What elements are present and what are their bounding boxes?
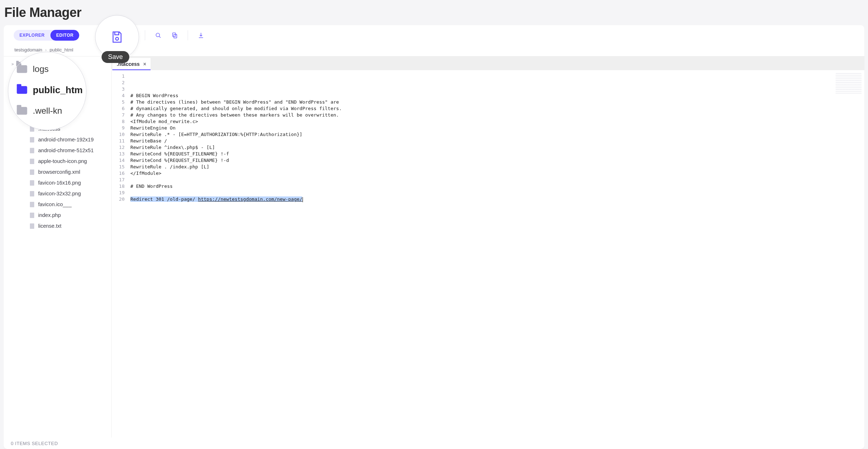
tree-file[interactable]: license.txt: [4, 221, 111, 231]
page-title: File Manager: [4, 5, 864, 20]
svg-rect-3: [173, 33, 175, 36]
line-number-gutter: 1234567891011121314151617181920: [112, 70, 127, 437]
tree-file[interactable]: browserconfig.xml: [4, 167, 111, 177]
file-icon: [29, 190, 35, 197]
breadcrumb-item[interactable]: public_html: [50, 47, 73, 53]
tree-item-label: android-chrome-192x19: [38, 137, 94, 142]
editor-tabs: .htaccess ×: [112, 56, 864, 70]
download-icon[interactable]: [194, 29, 207, 42]
tree-file[interactable]: android-chrome-192x19: [4, 134, 111, 145]
tree-file[interactable]: favicon-32x32.png: [4, 188, 111, 199]
file-icon: [29, 212, 35, 218]
editor-area: .htaccess × 1234567891011121314151617181…: [112, 56, 864, 437]
save-icon: [110, 30, 124, 44]
tree-item-label: favicon-32x32.png: [38, 191, 81, 196]
tree-item-label: apple-touch-icon.png: [38, 158, 87, 164]
save-tooltip: Save: [102, 51, 129, 63]
close-icon[interactable]: ×: [143, 61, 146, 67]
svg-point-0: [116, 37, 118, 40]
tree-file[interactable]: favicon-16x16.png: [4, 177, 111, 188]
status-text: 0 ITEMS SELECTED: [11, 441, 58, 446]
lens-line-3: .well-kn: [33, 106, 62, 116]
file-icon: [29, 158, 35, 164]
tab-explorer[interactable]: EXPLORER: [14, 30, 50, 41]
status-bar: 0 ITEMS SELECTED: [4, 437, 864, 449]
tree-item-label: browserconfig.xml: [38, 169, 80, 175]
copy-icon[interactable]: [168, 29, 181, 42]
folder-icon: [17, 86, 27, 94]
file-manager-panel: Save logs public_htm .well-kn EXPLORER E…: [4, 25, 864, 449]
file-icon: [29, 201, 35, 208]
file-icon: [29, 180, 35, 186]
tree-file[interactable]: index.php: [4, 210, 111, 221]
file-icon: [29, 136, 35, 143]
tree-item-label: favicon-16x16.png: [38, 180, 81, 186]
chevron-right-icon[interactable]: >: [10, 62, 15, 66]
tree-item-label: license.txt: [38, 223, 61, 229]
code-minimap[interactable]: [836, 73, 862, 95]
code-content[interactable]: # BEGIN WordPress# The directives (lines…: [127, 70, 864, 437]
text-cursor: [303, 197, 303, 202]
file-icon: [29, 147, 35, 154]
search-icon[interactable]: [152, 29, 165, 42]
code-editor[interactable]: 1234567891011121314151617181920 # BEGIN …: [112, 70, 864, 437]
tree-item-label: index.php: [38, 212, 61, 218]
svg-point-1: [156, 33, 160, 37]
toolbar-divider: [145, 30, 145, 40]
lens-line-1: logs: [33, 64, 49, 74]
lens-line-2: public_htm: [33, 85, 83, 96]
file-icon: [29, 223, 35, 229]
view-switcher: EXPLORER EDITOR: [14, 30, 79, 41]
breadcrumb-item[interactable]: testsgdomain: [14, 47, 42, 53]
tree-item-label: android-chrome-512x51: [38, 148, 94, 153]
tree-file[interactable]: android-chrome-512x51: [4, 145, 111, 156]
folder-icon: [17, 107, 27, 115]
tree-file[interactable]: apple-touch-icon.png: [4, 156, 111, 167]
tree-file[interactable]: favicon.ico___: [4, 199, 111, 210]
svg-rect-2: [174, 35, 177, 38]
file-icon: [29, 169, 35, 175]
folder-icon: [17, 65, 27, 73]
tree-magnifier-overlay: logs public_htm .well-kn: [8, 52, 86, 130]
tab-editor[interactable]: EDITOR: [50, 30, 79, 41]
redirect-url-link[interactable]: https://newtestsgdomain.com/new-page/: [198, 196, 303, 202]
tree-item-label: favicon.ico___: [38, 201, 72, 207]
toolbar-divider: [188, 30, 188, 40]
